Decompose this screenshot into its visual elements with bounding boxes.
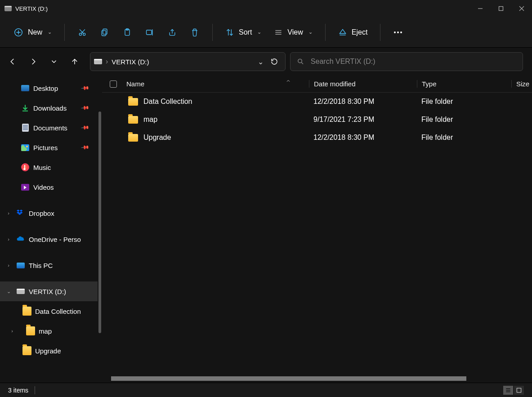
view-label: View: [287, 28, 303, 36]
up-button[interactable]: [66, 53, 84, 71]
search-input[interactable]: [311, 58, 516, 66]
expand-icon[interactable]: ›: [4, 236, 13, 242]
titlebar: VERTIX (D:): [0, 0, 532, 17]
chevron-down-icon: ⌄: [308, 29, 313, 35]
svg-rect-12: [102, 30, 106, 36]
close-button[interactable]: [511, 0, 532, 17]
status-bar: 3 items: [0, 383, 532, 397]
sidebar-item-datacollection[interactable]: Data Collection: [0, 301, 98, 321]
file-type: File folder: [417, 98, 511, 106]
column-header-row: Name Date modified Type Size: [102, 76, 532, 93]
select-all-checkbox[interactable]: [102, 80, 125, 88]
sidebar-item-thispc[interactable]: › This PC: [0, 255, 98, 275]
svg-rect-11: [103, 29, 107, 34]
new-label: New: [28, 28, 42, 36]
file-row[interactable]: Upgrade 12/2/2018 8:30 PM File folder: [102, 129, 532, 147]
sidebar-item-downloads[interactable]: Downloads 📌: [0, 98, 98, 118]
pc-icon: [16, 261, 25, 270]
sidebar-scrollbar[interactable]: [98, 76, 102, 383]
delete-button[interactable]: [184, 23, 205, 41]
pin-icon: 📌: [80, 84, 89, 93]
more-button[interactable]: [388, 23, 408, 41]
breadcrumb[interactable]: VERTIX (D:): [112, 58, 149, 66]
details-view-button[interactable]: [503, 386, 513, 395]
address-dropdown-icon[interactable]: ⌄: [258, 58, 264, 66]
column-header-size[interactable]: Size: [511, 80, 532, 88]
folder-icon: [128, 98, 138, 106]
refresh-button[interactable]: [267, 53, 282, 71]
toolbar: New ⌄ Sort ⌄ View ⌄ Eject: [0, 17, 532, 48]
pin-icon: 📌: [80, 103, 89, 112]
expand-icon[interactable]: ›: [8, 328, 16, 334]
column-header-date[interactable]: Date modified: [309, 80, 417, 88]
status-text: 3 items: [8, 387, 28, 394]
copy-button[interactable]: [94, 23, 115, 41]
downloads-icon: [21, 103, 30, 112]
collapse-icon[interactable]: ⌄: [4, 289, 13, 294]
sort-asc-icon: [286, 78, 291, 84]
thumbnails-view-button[interactable]: [514, 386, 524, 395]
sidebar-item-map[interactable]: › map: [0, 321, 98, 341]
svg-line-25: [301, 62, 303, 64]
drive-icon: [16, 287, 25, 296]
sidebar: Desktop 📌 Downloads 📌 Documents 📌 Pictur…: [0, 76, 102, 383]
documents-icon: [21, 123, 30, 132]
sidebar-item-videos[interactable]: Videos: [0, 177, 98, 197]
back-button[interactable]: [4, 53, 22, 71]
address-bar[interactable]: › VERTIX (D:) ⌄: [90, 52, 286, 71]
file-date: 12/2/2018 8:30 PM: [309, 98, 417, 106]
file-name: Data Collection: [143, 98, 192, 106]
expand-icon[interactable]: ›: [4, 263, 13, 268]
pictures-icon: [21, 143, 30, 152]
paste-button[interactable]: [117, 23, 138, 41]
file-row[interactable]: map 9/17/2021 7:23 PM File folder: [102, 111, 532, 129]
navigation-row: › VERTIX (D:) ⌄: [0, 48, 532, 76]
cut-button[interactable]: [72, 23, 93, 41]
sort-button[interactable]: Sort ⌄: [220, 23, 267, 41]
breadcrumb-separator: ›: [106, 58, 108, 66]
share-button[interactable]: [162, 23, 183, 41]
folder-icon: [22, 346, 31, 355]
recent-button[interactable]: [45, 53, 63, 71]
sidebar-item-desktop[interactable]: Desktop 📌: [0, 78, 98, 98]
videos-icon: [21, 183, 30, 192]
eject-button[interactable]: Eject: [333, 23, 373, 41]
music-icon: [21, 163, 30, 172]
sidebar-item-music[interactable]: Music: [0, 157, 98, 177]
sidebar-item-onedrive[interactable]: › OneDrive - Perso: [0, 229, 98, 249]
new-button[interactable]: New ⌄: [8, 23, 57, 41]
svg-marker-21: [340, 29, 345, 33]
file-date: 9/17/2021 7:23 PM: [309, 116, 417, 124]
chevron-down-icon: ⌄: [48, 29, 52, 35]
dropbox-icon: [16, 209, 25, 218]
expand-icon[interactable]: ›: [4, 210, 13, 216]
sidebar-item-upgrade[interactable]: Upgrade: [0, 341, 98, 361]
search-box[interactable]: [290, 52, 523, 71]
folder-icon: [128, 134, 138, 142]
maximize-button[interactable]: [491, 0, 511, 17]
sidebar-item-dropbox[interactable]: › Dropbox: [0, 203, 98, 223]
file-type: File folder: [417, 116, 511, 124]
more-icon: [394, 31, 402, 33]
forward-button[interactable]: [24, 53, 42, 71]
folder-icon: [22, 307, 31, 316]
folder-icon: [128, 116, 138, 124]
file-row[interactable]: Data Collection 12/2/2018 8:30 PM File f…: [102, 93, 532, 111]
column-header-type[interactable]: Type: [417, 80, 511, 88]
horizontal-scrollbar[interactable]: [102, 375, 532, 383]
view-toggle: [503, 386, 524, 395]
sidebar-item-pictures[interactable]: Pictures 📌: [0, 138, 98, 157]
eject-label: Eject: [352, 28, 368, 36]
column-header-name[interactable]: Name: [125, 80, 309, 88]
drive-icon: [4, 6, 12, 11]
sidebar-item-vertix[interactable]: ⌄ VERTIX (D:): [0, 281, 98, 301]
file-type: File folder: [417, 134, 511, 142]
minimize-button[interactable]: [470, 0, 491, 17]
sidebar-item-documents[interactable]: Documents 📌: [0, 118, 98, 138]
folder-icon: [26, 326, 35, 335]
chevron-down-icon: ⌄: [257, 29, 261, 35]
file-name: map: [143, 116, 157, 124]
view-button[interactable]: View ⌄: [268, 23, 317, 41]
window-title: VERTIX (D:): [15, 5, 48, 12]
rename-button[interactable]: [139, 23, 160, 41]
